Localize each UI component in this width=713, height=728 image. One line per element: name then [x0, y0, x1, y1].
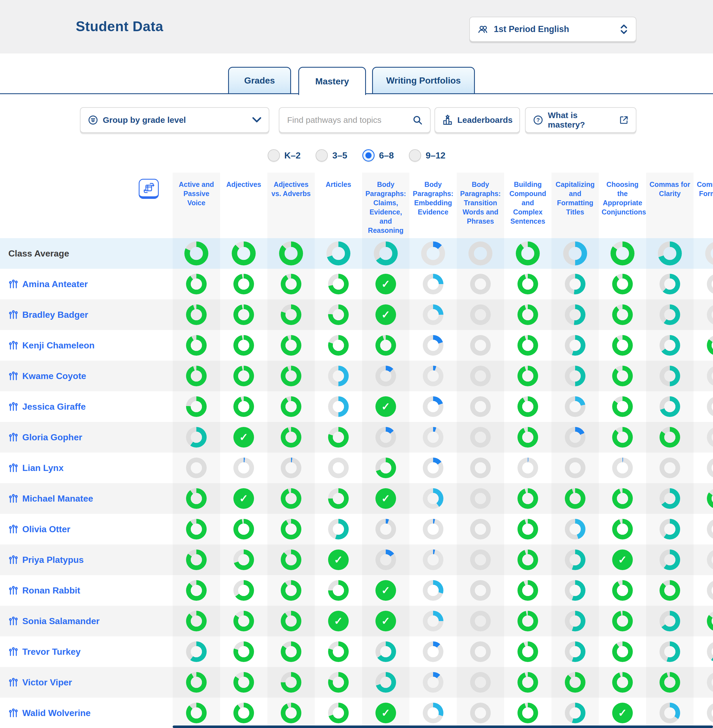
mastery-cell[interactable] [552, 238, 599, 269]
mastery-cell[interactable] [599, 361, 646, 391]
mastery-cell[interactable] [694, 545, 713, 575]
mastery-cell[interactable]: ✓ [362, 269, 409, 299]
mastery-cell[interactable] [173, 361, 220, 391]
student-name-link[interactable]: Bradley Badger [22, 310, 88, 320]
mastery-cell[interactable] [173, 422, 220, 452]
mastery-cell[interactable] [552, 361, 599, 391]
mastery-cell[interactable] [694, 483, 713, 514]
mastery-cell[interactable] [362, 238, 409, 269]
horizontal-scrollbar[interactable] [173, 725, 713, 728]
mastery-cell[interactable]: ✓ [220, 483, 267, 514]
radio-unselected-icon[interactable] [268, 149, 280, 161]
mastery-cell[interactable] [173, 299, 220, 330]
mastery-cell[interactable] [409, 514, 457, 545]
mastery-cell[interactable] [173, 667, 220, 698]
grade-band-radio-9-12[interactable]: 9–12 [409, 149, 445, 161]
grade-band-radio-K-2[interactable]: K–2 [268, 149, 301, 161]
mastery-cell[interactable] [504, 698, 552, 728]
mastery-cell[interactable] [362, 330, 409, 361]
student-name-link[interactable]: Amina Anteater [22, 279, 88, 289]
mastery-cell[interactable] [504, 606, 552, 636]
mastery-cell[interactable] [504, 269, 552, 299]
mastery-cell[interactable] [267, 269, 315, 299]
mastery-cell[interactable] [552, 545, 599, 575]
mastery-cell[interactable] [552, 667, 599, 698]
mastery-cell[interactable] [409, 667, 457, 698]
mastery-cell[interactable] [220, 545, 267, 575]
mastery-cell[interactable] [457, 636, 504, 667]
mastery-cell[interactable] [267, 483, 315, 514]
mastery-cell[interactable] [599, 575, 646, 606]
mastery-cell[interactable] [409, 483, 457, 514]
mastery-cell[interactable] [362, 422, 409, 452]
mastery-cell[interactable] [552, 330, 599, 361]
mastery-cell[interactable] [173, 575, 220, 606]
mastery-cell[interactable] [409, 361, 457, 391]
mastery-cell[interactable] [504, 361, 552, 391]
mastery-cell[interactable] [646, 545, 694, 575]
mastery-cell[interactable]: ✓ [362, 698, 409, 728]
leaderboards-button[interactable]: Leaderboards [434, 107, 520, 133]
mastery-cell[interactable] [694, 667, 713, 698]
mastery-cell[interactable] [315, 514, 362, 545]
mastery-cell[interactable] [315, 299, 362, 330]
mastery-cell[interactable] [552, 698, 599, 728]
grade-band-radio-3-5[interactable]: 3–5 [316, 149, 347, 161]
radio-unselected-icon[interactable] [316, 149, 328, 161]
mastery-cell[interactable] [220, 514, 267, 545]
mastery-cell[interactable] [504, 667, 552, 698]
mastery-cell[interactable] [173, 636, 220, 667]
mastery-cell[interactable] [646, 667, 694, 698]
mastery-cell[interactable] [220, 575, 267, 606]
mastery-cell[interactable] [267, 514, 315, 545]
mastery-cell[interactable] [504, 545, 552, 575]
mastery-cell[interactable] [457, 545, 504, 575]
mastery-cell[interactable]: ✓ [599, 545, 646, 575]
mastery-cell[interactable] [315, 575, 362, 606]
search-box[interactable] [279, 107, 431, 133]
mastery-cell[interactable] [599, 483, 646, 514]
mastery-cell[interactable] [409, 636, 457, 667]
mastery-cell[interactable] [457, 391, 504, 422]
mastery-cell[interactable] [552, 269, 599, 299]
mastery-cell[interactable] [220, 636, 267, 667]
mastery-cell[interactable] [552, 606, 599, 636]
mastery-cell[interactable] [504, 636, 552, 667]
mastery-cell[interactable] [315, 330, 362, 361]
mastery-cell[interactable] [694, 391, 713, 422]
mastery-cell[interactable] [220, 238, 267, 269]
mastery-cell[interactable] [409, 606, 457, 636]
mastery-cell[interactable] [173, 391, 220, 422]
mastery-cell[interactable] [646, 391, 694, 422]
mastery-cell[interactable] [315, 391, 362, 422]
mastery-cell[interactable] [267, 238, 315, 269]
mastery-cell[interactable] [409, 575, 457, 606]
mastery-cell[interactable] [646, 269, 694, 299]
mastery-cell[interactable] [315, 636, 362, 667]
mastery-cell[interactable] [267, 391, 315, 422]
search-input[interactable] [286, 115, 408, 125]
mastery-cell[interactable] [694, 422, 713, 452]
mastery-cell[interactable] [694, 698, 713, 728]
mastery-cell[interactable] [173, 269, 220, 299]
mastery-cell[interactable] [362, 667, 409, 698]
student-name-link[interactable]: Sonia Salamander [22, 616, 100, 627]
mastery-cell[interactable] [457, 238, 504, 269]
mastery-cell[interactable] [315, 698, 362, 728]
mastery-cell[interactable] [362, 361, 409, 391]
mastery-cell[interactable] [599, 238, 646, 269]
mastery-cell[interactable] [457, 299, 504, 330]
mastery-cell[interactable] [646, 422, 694, 452]
mastery-cell[interactable] [599, 422, 646, 452]
mastery-cell[interactable] [173, 238, 220, 269]
mastery-cell[interactable] [457, 606, 504, 636]
radio-unselected-icon[interactable] [409, 149, 421, 161]
mastery-cell[interactable] [694, 361, 713, 391]
mastery-cell[interactable] [694, 452, 713, 483]
mastery-cell[interactable] [409, 422, 457, 452]
student-name-link[interactable]: Kenji Chameleon [22, 340, 95, 351]
mastery-cell[interactable] [173, 606, 220, 636]
mastery-cell[interactable] [694, 514, 713, 545]
student-name-link[interactable]: Walid Wolverine [22, 708, 91, 718]
mastery-cell[interactable] [552, 391, 599, 422]
